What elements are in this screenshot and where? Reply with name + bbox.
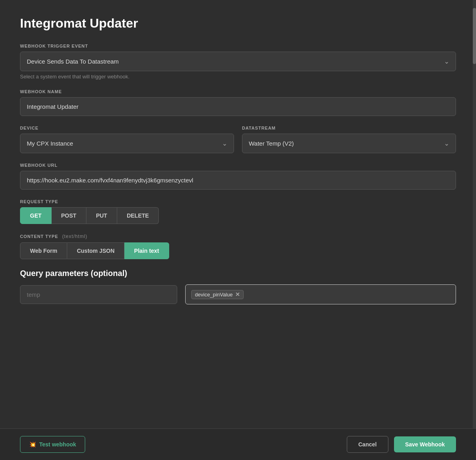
content-type-sub-label: (text/html) — [62, 234, 87, 239]
device-value: My CPX Instance — [27, 140, 73, 147]
query-key-input[interactable] — [20, 285, 177, 304]
scrollbar-track — [473, 0, 476, 460]
datastream-value: Water Temp (V2) — [249, 140, 294, 147]
device-col: DEVICE My CPX Instance ⌄ — [20, 126, 234, 153]
page-title: Integromat Updater — [20, 16, 456, 31]
webhook-trigger-group: WEBHOOK TRIGGER EVENT Device Sends Data … — [20, 44, 456, 80]
chevron-down-icon: ⌄ — [444, 58, 449, 65]
webhook-url-group: WEBHOOK URL — [20, 163, 456, 190]
content-type-plaintext[interactable]: Plain text — [124, 242, 169, 259]
cancel-button[interactable]: Cancel — [347, 436, 388, 453]
query-params-row: device_pinValue ✕ — [20, 284, 456, 304]
webhook-name-input[interactable] — [20, 97, 456, 116]
page-container: Integromat Updater WEBHOOK TRIGGER EVENT… — [0, 0, 476, 460]
content-type-webform[interactable]: Web Form — [20, 242, 67, 259]
tag-close-icon[interactable]: ✕ — [235, 292, 240, 297]
footer-right: Cancel Save Webhook — [347, 436, 456, 453]
content-type-group: CONTENT TYPE (text/html) Web Form Custom… — [20, 234, 456, 259]
webhook-trigger-label: WEBHOOK TRIGGER EVENT — [20, 44, 456, 48]
device-label: DEVICE — [20, 126, 234, 130]
test-webhook-icon: 💥 — [29, 441, 36, 448]
request-type-delete[interactable]: DELETE — [117, 207, 159, 224]
webhook-url-input[interactable] — [20, 171, 456, 190]
test-webhook-button[interactable]: 💥 Test webhook — [20, 436, 85, 453]
content-type-label: CONTENT TYPE (text/html) — [20, 234, 456, 239]
datastream-col: DATASTREAM Water Temp (V2) ⌄ — [242, 126, 456, 153]
webhook-trigger-select[interactable]: Device Sends Data To Datastream ⌄ — [20, 52, 456, 71]
request-type-buttons: GET POST PUT DELETE — [20, 207, 456, 224]
spacer — [20, 317, 456, 428]
webhook-name-label: WEBHOOK NAME — [20, 89, 456, 94]
device-select[interactable]: My CPX Instance ⌄ — [20, 134, 234, 153]
request-type-label: REQUEST TYPE — [20, 199, 456, 204]
webhook-trigger-value: Device Sends Data To Datastream — [27, 58, 119, 65]
scrollbar-thumb[interactable] — [473, 8, 476, 64]
test-webhook-label: Test webhook — [39, 441, 76, 448]
device-chevron-icon: ⌄ — [222, 140, 227, 147]
request-type-put[interactable]: PUT — [86, 207, 117, 224]
webhook-trigger-helper: Select a system event that will trigger … — [20, 74, 456, 80]
tag-text: device_pinValue — [195, 292, 232, 298]
footer-bar: 💥 Test webhook Cancel Save Webhook — [0, 428, 476, 460]
content-type-buttons: Web Form Custom JSON Plain text — [20, 242, 456, 259]
content-type-customjson[interactable]: Custom JSON — [67, 242, 124, 259]
query-params-title: Query parameters (optional) — [20, 269, 456, 278]
request-type-post[interactable]: POST — [52, 207, 86, 224]
request-type-get[interactable]: GET — [20, 207, 52, 224]
save-webhook-button[interactable]: Save Webhook — [394, 436, 456, 452]
datastream-chevron-icon: ⌄ — [444, 140, 449, 147]
datastream-label: DATASTREAM — [242, 126, 456, 130]
device-datastream-row: DEVICE My CPX Instance ⌄ DATASTREAM Wate… — [20, 126, 456, 153]
query-params-section: Query parameters (optional) device_pinVa… — [20, 269, 456, 304]
query-value-tag: device_pinValue ✕ — [191, 290, 243, 299]
datastream-select[interactable]: Water Temp (V2) ⌄ — [242, 134, 456, 153]
webhook-name-group: WEBHOOK NAME — [20, 89, 456, 116]
request-type-group: REQUEST TYPE GET POST PUT DELETE — [20, 199, 456, 224]
query-value-field[interactable]: device_pinValue ✕ — [185, 284, 456, 304]
webhook-url-label: WEBHOOK URL — [20, 163, 456, 168]
